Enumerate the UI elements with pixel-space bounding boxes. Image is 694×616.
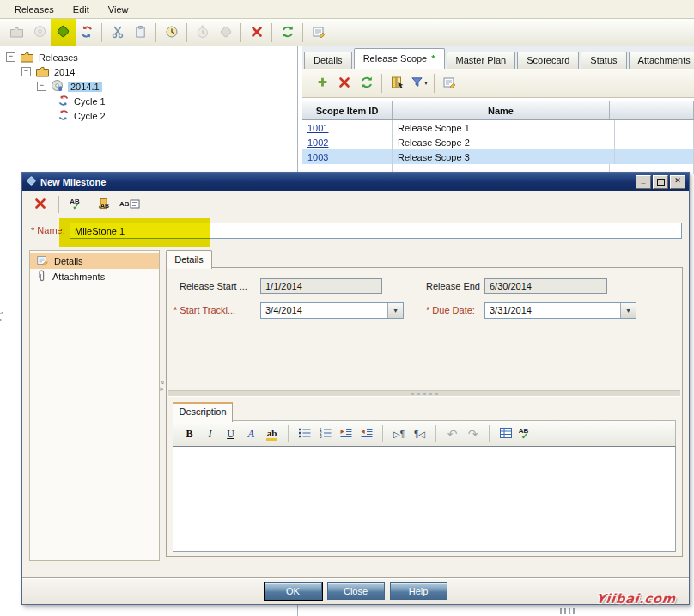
help-button[interactable]: Help bbox=[390, 582, 447, 600]
table-row-selected[interactable]: 1003 Release Scope 3 bbox=[302, 149, 694, 164]
ok-button[interactable]: OK bbox=[265, 582, 322, 600]
refresh-button[interactable] bbox=[356, 73, 378, 94]
text-highlight-button[interactable]: ab bbox=[263, 424, 281, 443]
send-by-email-button[interactable] bbox=[438, 73, 460, 94]
right-to-left-button[interactable]: ¶◁ bbox=[411, 424, 429, 443]
sidebar-item-attachments[interactable]: Attachments bbox=[30, 269, 159, 284]
set-filter-button[interactable]: ▾ bbox=[408, 73, 430, 94]
description-tab[interactable]: Description bbox=[173, 402, 233, 422]
tab-master-plan[interactable]: Master Plan bbox=[447, 52, 516, 69]
italic-button[interactable]: I bbox=[201, 424, 219, 443]
delete-button[interactable] bbox=[245, 21, 268, 44]
tree-item-releases[interactable]: − Releases bbox=[0, 50, 297, 64]
menu-releases[interactable]: Releases bbox=[5, 3, 64, 16]
milestone-button[interactable] bbox=[214, 21, 237, 44]
bullet-list-icon bbox=[298, 427, 312, 442]
bottom-splitter-grip[interactable] bbox=[560, 608, 575, 614]
tab-attachments[interactable]: Attachments bbox=[629, 52, 694, 69]
new-milestone-button[interactable] bbox=[52, 21, 75, 44]
bullet-list-button[interactable] bbox=[295, 424, 314, 443]
progress-button[interactable] bbox=[191, 21, 214, 44]
scope-toolbar: ▾ bbox=[302, 69, 694, 98]
tree-item-2014[interactable]: − 2014 bbox=[0, 64, 297, 79]
tab-scorecard[interactable]: Scorecard bbox=[517, 52, 579, 69]
menu-edit[interactable]: Edit bbox=[64, 3, 99, 16]
dropdown-arrow-icon[interactable]: ▾ bbox=[387, 303, 403, 318]
menu-view[interactable]: View bbox=[99, 3, 138, 16]
minimize-icon[interactable]: _ bbox=[636, 175, 651, 189]
ab-glyph: AB bbox=[100, 203, 109, 209]
scope-item-id-link[interactable]: 1003 bbox=[302, 152, 328, 162]
cut-icon bbox=[111, 25, 125, 40]
spelling-options-button[interactable]: AB bbox=[119, 194, 140, 215]
dialog-title-bar: New Milestone _ ✕ bbox=[22, 173, 689, 191]
redo-button[interactable]: ↷ bbox=[464, 424, 482, 443]
collapse-icon[interactable]: − bbox=[37, 82, 46, 91]
dialog-toolbar: AB✓ AB AB bbox=[22, 191, 689, 218]
details-description-splitter[interactable] bbox=[168, 390, 680, 397]
collapse-left-icon: ◃ bbox=[161, 379, 164, 385]
toolbar-separator bbox=[435, 425, 436, 442]
dropdown-arrow-icon[interactable]: ▾ bbox=[620, 303, 636, 318]
font-color-button[interactable]: A bbox=[242, 424, 260, 443]
delete-scope-item-button[interactable] bbox=[333, 73, 356, 94]
splitter-dot bbox=[429, 393, 432, 395]
left-pane-splitter[interactable]: ◃ ▹ bbox=[0, 309, 6, 323]
ab-glyph: AB bbox=[119, 200, 130, 208]
column-header-empty[interactable] bbox=[610, 101, 694, 119]
tab-status[interactable]: Status bbox=[581, 52, 626, 69]
paste-button[interactable] bbox=[129, 21, 152, 44]
select-columns-button[interactable] bbox=[386, 73, 408, 94]
due-date-combo[interactable]: 3/31/2014▾ bbox=[484, 302, 636, 319]
scope-item-id-link[interactable]: 1001 bbox=[302, 123, 328, 133]
sidebar-item-details[interactable]: Details bbox=[30, 253, 159, 269]
dialog-button-bar: OK Close Help bbox=[22, 577, 689, 604]
collapse-icon[interactable]: − bbox=[21, 67, 31, 76]
check-spelling-button[interactable]: AB✓ bbox=[68, 194, 87, 215]
tree-item-cycle-1[interactable]: Cycle 1 bbox=[0, 94, 297, 108]
table-row[interactable]: 1002 Release Scope 2 bbox=[302, 135, 694, 149]
cut-button[interactable] bbox=[106, 21, 129, 44]
undo-button[interactable]: ↶ bbox=[443, 424, 461, 443]
new-cycle-button[interactable] bbox=[75, 21, 98, 44]
description-editor[interactable] bbox=[173, 446, 676, 552]
numbered-list-button[interactable]: 123 bbox=[316, 424, 334, 443]
outdent-button[interactable] bbox=[357, 424, 375, 443]
add-scope-item-button[interactable] bbox=[311, 73, 333, 94]
tab-details[interactable]: Details bbox=[304, 52, 352, 69]
close-button[interactable]: Close bbox=[327, 582, 385, 600]
bold-button[interactable]: B bbox=[180, 424, 198, 443]
new-release-folder-button[interactable] bbox=[5, 21, 28, 44]
scope-table: Scope Item ID Name 1001 Release Scope 1 … bbox=[302, 101, 694, 174]
combo-value: 3/4/2014 bbox=[265, 305, 302, 315]
tab-release-scope[interactable]: Release Scope* bbox=[354, 48, 445, 69]
table-row[interactable]: 1001 Release Scope 1 bbox=[302, 120, 694, 135]
start-tracking-combo[interactable]: 3/4/2014▾ bbox=[260, 302, 404, 319]
maximize-icon[interactable] bbox=[653, 175, 668, 189]
indent-button[interactable] bbox=[337, 424, 355, 443]
indent-icon bbox=[339, 427, 353, 442]
sidebar-splitter[interactable]: ◃ ▹ bbox=[159, 379, 165, 393]
name-input[interactable] bbox=[70, 223, 682, 239]
refresh-button[interactable] bbox=[276, 21, 299, 44]
svg-text:3: 3 bbox=[320, 435, 322, 439]
collapse-icon[interactable]: − bbox=[6, 52, 15, 62]
tree-item-2014-1[interactable]: − 2014.1 bbox=[0, 79, 297, 94]
send-by-email-button[interactable] bbox=[307, 21, 330, 44]
spell-check-button[interactable]: AB✓ bbox=[517, 424, 535, 443]
clear-all-fields-button[interactable] bbox=[31, 194, 50, 215]
time-dependencies-button[interactable] bbox=[160, 21, 183, 44]
column-header-name[interactable]: Name bbox=[393, 101, 610, 119]
underline-button[interactable]: U bbox=[222, 424, 240, 443]
new-release-button[interactable] bbox=[28, 21, 52, 44]
column-header-scope-item-id[interactable]: Scope Item ID bbox=[302, 101, 393, 119]
close-icon[interactable]: ✕ bbox=[670, 175, 685, 189]
scope-item-id-link[interactable]: 1002 bbox=[302, 137, 328, 148]
thesaurus-button[interactable]: AB bbox=[94, 194, 113, 215]
details-tab[interactable]: Details bbox=[166, 250, 212, 269]
splitter-dot bbox=[411, 393, 414, 395]
tree-item-label: Cycle 1 bbox=[74, 96, 106, 107]
tree-item-cycle-2[interactable]: Cycle 2 bbox=[0, 108, 297, 123]
insert-table-button[interactable] bbox=[496, 424, 514, 443]
left-to-right-button[interactable]: ▷¶ bbox=[390, 424, 408, 443]
